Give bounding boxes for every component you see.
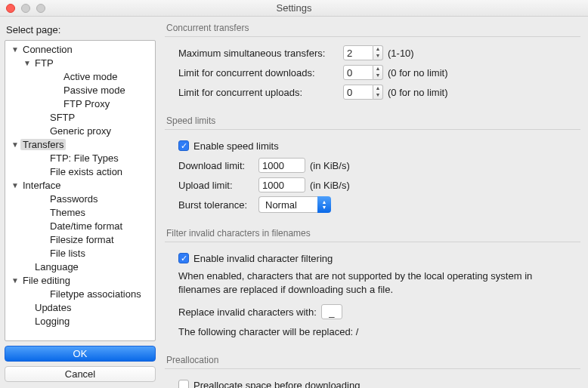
tree-item[interactable]: Themes	[5, 205, 155, 219]
tree-item[interactable]: ▼FTP	[5, 56, 155, 69]
ok-button[interactable]: OK	[5, 346, 156, 362]
tree-item[interactable]: Filesize format	[5, 232, 155, 246]
tree-item-label: FTP Proxy	[61, 98, 112, 109]
window-title: Settings	[277, 2, 312, 14]
tree-item[interactable]: File lists	[5, 246, 155, 260]
chevron-down-icon[interactable]: ▼	[10, 45, 20, 54]
tree-item-label: FTP	[32, 57, 56, 69]
replaced-chars-label: The following character will be replaced…	[178, 326, 358, 337]
chevron-down-icon[interactable]: ▼	[10, 181, 20, 189]
upload-limit-hint: (in KiB/s)	[310, 180, 350, 191]
tree-item[interactable]: Language	[5, 260, 155, 273]
divider	[165, 129, 580, 130]
tree-item[interactable]: SFTP	[5, 110, 155, 124]
divider	[165, 36, 580, 37]
select-page-label: Select page:	[5, 21, 156, 40]
group-filter-title: Filter invalid characters in filenames	[165, 225, 580, 242]
group-prealloc-title: Preallocation	[165, 352, 580, 368]
close-icon[interactable]	[6, 4, 15, 13]
sidebar: Select page: ▼Connection▼FTPActive modeP…	[0, 17, 160, 388]
check-icon: ✓	[178, 253, 189, 263]
tree-item-label: Date/time format	[48, 220, 125, 232]
enable-speed-limits-checkbox[interactable]: ✓ Enable speed limits	[178, 140, 279, 152]
burst-tolerance-label: Burst tolerance:	[178, 199, 254, 211]
concurrent-dl-label: Limit for concurrent downloads:	[178, 67, 339, 79]
max-transfers-hint: (1-10)	[388, 48, 414, 59]
burst-tolerance-select[interactable]: Normal ▲▼	[258, 196, 331, 213]
tree-item-label: Transfers	[20, 139, 66, 150]
tree-item-label: Filetype associations	[48, 288, 144, 300]
concurrent-ul-stepper[interactable]: ▲▼	[343, 85, 383, 100]
tree-item-label: Logging	[32, 316, 72, 327]
download-limit-label: Download limit:	[178, 160, 254, 171]
concurrent-dl-hint: (0 for no limit)	[388, 67, 447, 79]
tree-item[interactable]: File exists action	[5, 165, 155, 178]
divider	[165, 368, 580, 369]
tree-item[interactable]: FTP: File Types	[5, 151, 155, 165]
replace-char-input[interactable]	[321, 304, 342, 319]
group-speed-title: Speed limits	[165, 112, 580, 129]
tree-item-label: File editing	[20, 275, 73, 286]
tree-item[interactable]: Logging	[5, 314, 155, 328]
chevron-down-icon[interactable]: ▼	[10, 276, 20, 285]
tree-item[interactable]: Filetype associations	[5, 287, 155, 300]
checkbox-icon	[178, 380, 189, 388]
upload-limit-input[interactable]	[258, 177, 305, 192]
tree-item[interactable]: ▼Connection	[5, 42, 155, 56]
preallocate-checkbox[interactable]: Preallocate space before downloading	[178, 380, 360, 388]
page-tree[interactable]: ▼Connection▼FTPActive modePassive modeFT…	[5, 40, 156, 341]
concurrent-ul-label: Limit for concurrent uploads:	[178, 87, 339, 98]
tree-item-label: SFTP	[48, 112, 77, 123]
tree-item[interactable]: Generic proxy	[5, 124, 155, 137]
titlebar: Settings	[0, 0, 588, 17]
max-transfers-stepper[interactable]: ▲▼	[343, 45, 383, 60]
upload-limit-label: Upload limit:	[178, 180, 254, 191]
replace-char-label: Replace invalid characters with:	[178, 306, 317, 318]
stepper-arrows-icon[interactable]: ▲▼	[373, 65, 383, 80]
tree-item[interactable]: Passwords	[5, 192, 155, 205]
enable-char-filtering-checkbox[interactable]: ✓ Enable invalid character filtering	[178, 253, 333, 264]
download-limit-input[interactable]	[258, 158, 305, 173]
cancel-button[interactable]: Cancel	[5, 366, 156, 382]
tree-item-label: Filesize format	[48, 234, 116, 245]
minimize-icon	[21, 4, 30, 13]
concurrent-dl-input[interactable]	[343, 65, 373, 80]
tree-item[interactable]: ▼Transfers	[5, 137, 155, 151]
tree-item-label: Passive mode	[61, 85, 128, 96]
tree-item-label: Passwords	[48, 193, 101, 205]
concurrent-ul-input[interactable]	[343, 85, 373, 100]
char-filtering-description: When enabled, characters that are not su…	[178, 268, 576, 302]
tree-item[interactable]: Active mode	[5, 69, 155, 83]
chevron-down-icon[interactable]: ▼	[22, 59, 32, 67]
stepper-arrows-icon[interactable]: ▲▼	[373, 45, 383, 60]
chevron-up-down-icon: ▲▼	[317, 196, 331, 213]
tree-item[interactable]: Updates	[5, 300, 155, 314]
tree-item-label: Interface	[20, 180, 63, 191]
content-pane: Concurrent transfers Maximum simultaneou…	[160, 17, 588, 388]
tree-item-label: Themes	[48, 207, 88, 218]
tree-item[interactable]: Date/time format	[5, 219, 155, 232]
download-limit-hint: (in KiB/s)	[310, 160, 350, 171]
tree-item[interactable]: Passive mode	[5, 83, 155, 97]
concurrent-ul-hint: (0 for no limit)	[388, 87, 447, 98]
tree-item-label: Language	[32, 261, 81, 273]
tree-item[interactable]: ▼File editing	[5, 273, 155, 287]
divider	[165, 242, 580, 242]
tree-item-label: File exists action	[48, 166, 125, 177]
tree-item[interactable]: FTP Proxy	[5, 97, 155, 110]
concurrent-dl-stepper[interactable]: ▲▼	[343, 65, 383, 80]
zoom-icon	[36, 4, 45, 13]
tree-item[interactable]: ▼Interface	[5, 178, 155, 192]
max-transfers-input[interactable]	[343, 45, 373, 60]
max-transfers-label: Maximum simultaneous transfers:	[178, 48, 339, 59]
check-icon: ✓	[178, 140, 189, 151]
tree-item-label: Active mode	[61, 71, 120, 82]
tree-item-label: Updates	[32, 302, 73, 313]
tree-item-label: File lists	[48, 248, 88, 259]
stepper-arrows-icon[interactable]: ▲▼	[373, 85, 383, 100]
chevron-down-icon[interactable]: ▼	[10, 140, 20, 149]
tree-item-label: FTP: File Types	[48, 152, 121, 164]
group-concurrent-title: Concurrent transfers	[165, 20, 580, 36]
tree-item-label: Connection	[20, 44, 75, 55]
enable-char-filtering-label: Enable invalid character filtering	[193, 253, 333, 264]
